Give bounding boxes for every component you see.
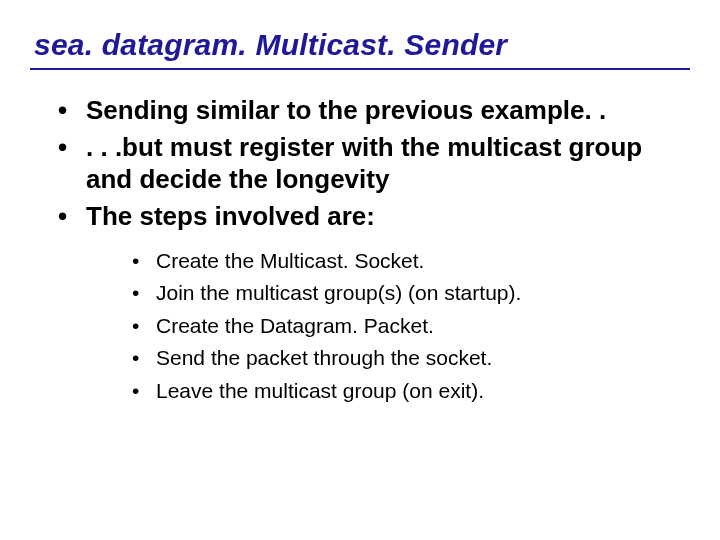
list-item: Join the multicast group(s) (on startup)… [132, 278, 670, 308]
list-item: Sending similar to the previous example.… [58, 94, 670, 127]
slide: sea. datagram. Multicast. Sender Sending… [0, 0, 720, 540]
slide-title: sea. datagram. Multicast. Sender [34, 28, 690, 62]
sub-bullet-list: Create the Multicast. Socket. Join the m… [86, 246, 670, 406]
list-item: Leave the multicast group (on exit). [132, 376, 670, 406]
list-item: Create the Datagram. Packet. [132, 311, 670, 341]
list-item: . . .but must register with the multicas… [58, 131, 670, 196]
title-underline [30, 68, 690, 70]
list-item: The steps involved are: Create the Multi… [58, 200, 670, 407]
main-bullet-list: Sending similar to the previous example.… [30, 94, 690, 406]
list-item: Create the Multicast. Socket. [132, 246, 670, 276]
list-item-text: The steps involved are: [86, 201, 375, 231]
list-item: Send the packet through the socket. [132, 343, 670, 373]
